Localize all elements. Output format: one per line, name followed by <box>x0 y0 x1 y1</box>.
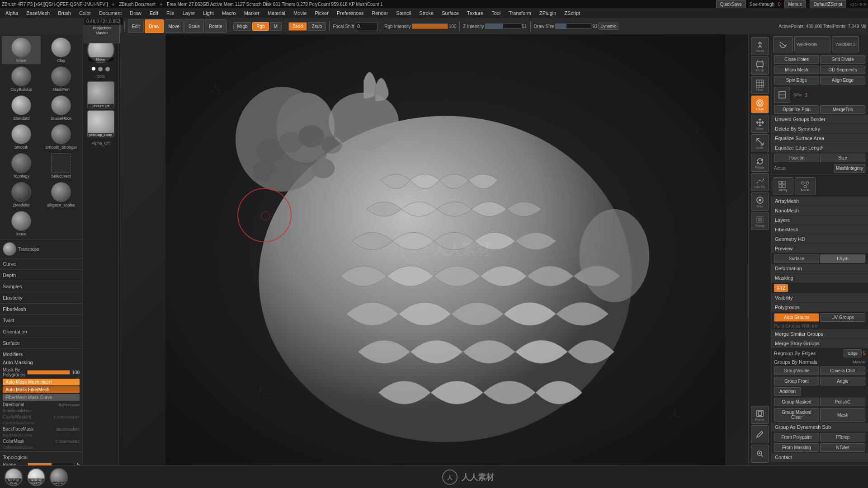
surface-title[interactable]: Surface <box>3 339 80 347</box>
group-masked-clear-btn[interactable]: Group Masked Clear <box>774 408 819 422</box>
p-toler-btn[interactable]: PTolер <box>820 433 865 441</box>
brush-clay[interactable]: Clay <box>42 36 80 64</box>
samples-title[interactable]: Samples <box>3 282 80 291</box>
mat-sphere-1[interactable]: MatCap Gray <box>5 468 23 486</box>
fibermesh-title[interactable]: FiberMesh <box>3 305 80 313</box>
equalize-surface-btn[interactable]: Equalize Surface Area <box>771 134 868 143</box>
n-toler-btn[interactable]: NToler <box>820 443 865 452</box>
auto-mask-mesh-insert-btn[interactable]: Auto Mask Mesh Insert <box>3 379 80 385</box>
texture-sphere[interactable]: Texture Off <box>87 81 114 108</box>
fiber-mesh-btn[interactable]: FiberMesh <box>771 225 868 235</box>
menu-file[interactable]: File <box>163 9 178 17</box>
brush-alligator[interactable]: alligator_scales <box>42 181 80 209</box>
script-btn[interactable]: DefaultZScript <box>810 0 846 9</box>
auto-groups-btn[interactable]: Auto Groups <box>774 313 819 322</box>
xyz-btn[interactable]: XYZ <box>774 284 788 292</box>
surface-btn[interactable]: Surface <box>774 254 819 263</box>
menu-macro[interactable]: Macro <box>218 9 240 17</box>
mask-btn[interactable]: Mask <box>820 408 865 422</box>
transp-btn[interactable]: Transp <box>751 212 769 230</box>
menu-edit[interactable]: Edit <box>146 9 162 17</box>
unweld-groups-btn[interactable]: Unweld Groups Border <box>771 115 868 124</box>
brush-standard[interactable]: Standard <box>2 94 41 122</box>
deformation-btn[interactable]: Deformation <box>771 264 868 273</box>
persp-btn[interactable]: Persp <box>751 56 769 75</box>
group-as-dynamesh-btn[interactable]: Group As Dynamesh Sub <box>771 422 868 432</box>
array-mesh-icon[interactable]: Array <box>773 177 793 195</box>
menu-layer[interactable]: Layer <box>179 9 199 17</box>
close-holes-btn[interactable]: Close Holes <box>774 55 819 64</box>
canvas-area[interactable]: 人 人人素材 人 人 人 人 <box>120 34 771 465</box>
fibermesh-mask-curve-btn[interactable]: FiberMesh Mask Curve <box>3 394 80 401</box>
brush-zmodeler[interactable]: ZModeler <box>2 181 41 209</box>
brush-claybuildup[interactable]: ClayBuildup <box>2 65 41 93</box>
menu-stroke[interactable]: Stroke <box>415 9 437 17</box>
spin-edge-btn[interactable]: Spin Edge <box>774 76 819 84</box>
topological-title[interactable]: Topological <box>3 453 80 461</box>
menu-transform[interactable]: Transform <box>505 9 535 17</box>
grid-divide-btn[interactable]: Grid Divide <box>820 55 865 64</box>
quicksave-btn[interactable]: QuickSave <box>716 0 746 9</box>
menu-color[interactable]: Color <box>75 9 94 17</box>
twist-title[interactable]: Twist <box>3 316 80 324</box>
curve-title[interactable]: Curve <box>3 260 80 268</box>
covera-clstr-btn[interactable]: Covera Clstr <box>820 366 865 375</box>
scroll-btn[interactable]: Scroll <box>751 37 769 55</box>
auto-masking-title[interactable]: Auto Masking <box>3 358 80 366</box>
rotate-tool-btn[interactable]: Rotate <box>751 154 769 172</box>
group-front-btn[interactable]: Group Front <box>774 377 819 385</box>
uv-groups-btn[interactable]: UV Groups <box>820 313 865 322</box>
auto-mask-fibermesh-btn[interactable]: Auto Mask FiberMesh <box>3 386 80 393</box>
masking-btn[interactable]: Masking <box>771 273 868 283</box>
merge-similar-btn[interactable]: Merge Similar Groups <box>771 329 868 339</box>
menu-draw[interactable]: Draw <box>126 9 145 17</box>
use-fib-btn[interactable]: Use Fib <box>751 173 769 191</box>
merge-stray-btn[interactable]: Merge Stray Groups <box>771 339 868 348</box>
menu-material[interactable]: Material <box>264 9 289 17</box>
focal-input[interactable] <box>355 23 377 30</box>
nano-mesh-icon[interactable]: Nano <box>795 177 816 195</box>
geometry-hd-btn[interactable]: Geometry HD <box>771 235 868 244</box>
contact-btn[interactable]: Contact <box>771 453 868 462</box>
brush-move2[interactable]: Move <box>2 210 41 238</box>
array-mesh-btn[interactable]: ArrayMesh <box>771 197 868 206</box>
preview-btn[interactable]: Preview <box>771 244 868 253</box>
delete-symmetry-btn[interactable]: Delete By Symmetry <box>771 124 868 134</box>
addition-btn[interactable]: Addition <box>774 387 801 396</box>
menu-light[interactable]: Light <box>199 9 217 17</box>
elasticity-title[interactable]: Elasticity <box>3 294 80 302</box>
menu-preferences[interactable]: Preferences <box>333 9 367 17</box>
edge-btn[interactable]: Edge <box>844 349 862 357</box>
menu-stencil[interactable]: Stencil <box>392 9 415 17</box>
brush-topology[interactable]: Topology <box>2 152 41 180</box>
menu-movie[interactable]: Movie <box>290 9 310 17</box>
depth-title[interactable]: Depth <box>3 271 80 279</box>
edit-btn[interactable]: Edit <box>128 19 144 33</box>
brush-move[interactable]: Move <box>2 36 41 64</box>
pencil-btn[interactable] <box>751 425 769 443</box>
rgb-btn[interactable]: Rgb <box>252 22 269 31</box>
merge-tris-btn[interactable]: MergeTris <box>820 105 865 114</box>
rp-icon-hidden[interactable] <box>773 36 793 52</box>
menu-texture[interactable]: Texture <box>463 9 487 17</box>
menu-render[interactable]: Render <box>368 9 392 17</box>
menu-picker[interactable]: Picker <box>311 9 332 17</box>
scale-btn[interactable]: Scale <box>184 19 204 33</box>
brush-snakehook[interactable]: SnakeHook <box>42 94 80 122</box>
rp-icon-weld[interactable]: WeldPoints <box>794 36 830 52</box>
from-polypaint-btn[interactable]: From Polypaint <box>774 433 819 441</box>
floor-btn[interactable]: Floor <box>751 76 769 94</box>
size-btn[interactable]: Size <box>820 154 865 162</box>
zsub-btn[interactable]: Zsub <box>308 22 326 31</box>
layers-btn[interactable]: Layers <box>771 216 868 225</box>
dynamic-btn[interactable]: Dynamic <box>598 23 618 30</box>
visibility-btn[interactable]: Visibility <box>771 293 868 303</box>
micro-mesh-btn[interactable]: Micro Mesh <box>774 66 819 74</box>
equalize-edge-btn[interactable]: Equalize Edge Length <box>771 143 868 153</box>
draw-btn[interactable]: Draw <box>145 19 163 33</box>
align-edge-btn[interactable]: Align Edge <box>820 76 865 84</box>
optimize-btn[interactable]: Optimize Poin <box>774 105 819 114</box>
menu-alpha[interactable]: Alpha <box>2 9 22 17</box>
angle-btn[interactable]: Angle <box>820 377 865 385</box>
menu-marker[interactable]: Marker <box>241 9 263 17</box>
